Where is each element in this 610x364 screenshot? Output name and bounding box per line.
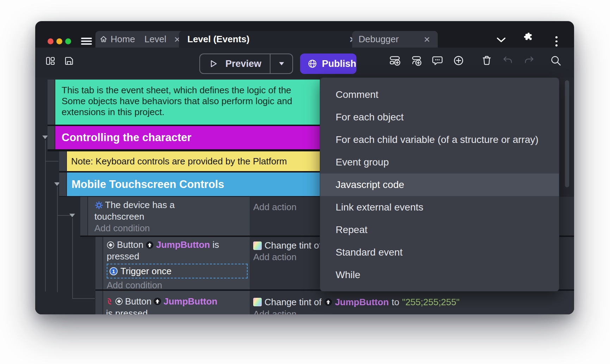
save-icon[interactable]: [64, 56, 74, 66]
menu-item-repeat[interactable]: Repeat: [320, 219, 559, 241]
comment-line: Some objects have behaviors that also pe…: [62, 96, 320, 107]
tree-line: [57, 187, 58, 292]
redo-icon[interactable]: [523, 56, 535, 66]
loop-red-icon: [106, 297, 113, 305]
tabs-dropdown-chevron-icon[interactable]: [497, 37, 506, 43]
touch-gear-icon: [94, 201, 104, 210]
comment-line: extensions in this project.: [62, 107, 320, 118]
event-group-controlling-character[interactable]: Controlling the character: [55, 126, 320, 149]
event-margin[interactable]: [95, 291, 102, 314]
tab-debugger[interactable]: Debugger ×: [352, 31, 438, 48]
tab-label: Debugger: [359, 34, 399, 45]
play-icon: [210, 59, 218, 68]
undo-icon[interactable]: [502, 56, 513, 66]
event-margin[interactable]: [48, 80, 55, 125]
add-event-icon[interactable]: [390, 55, 401, 66]
tab-label: Level (Events): [187, 34, 249, 45]
overflow-menu-icon[interactable]: [555, 36, 558, 49]
add-new-icon[interactable]: [453, 55, 464, 66]
publish-button[interactable]: Publish: [300, 54, 356, 74]
menu-item-link-external-events[interactable]: Link external events: [320, 196, 559, 219]
condition-text: Trigger once: [120, 265, 172, 277]
comment-note-block[interactable]: Note: Keyboard controls are provided by …: [67, 151, 320, 171]
action-text: Change tint of: [264, 240, 322, 251]
tab-home[interactable]: Home: [95, 31, 146, 48]
tab-label: Home: [111, 34, 135, 45]
minimize-button[interactable]: [56, 38, 62, 44]
app-window: Home Level × Level (Events) × Debugger ×: [35, 21, 574, 314]
menu-item-for-each-child-variable[interactable]: For each child variable (of a structure …: [320, 128, 559, 151]
trigger-once-icon: 1: [110, 267, 118, 275]
menu-item-for-each-object[interactable]: For each object: [320, 106, 559, 128]
add-action-link[interactable]: Add action: [253, 202, 297, 212]
jumpbutton-object-icon: [154, 297, 161, 305]
add-action-link[interactable]: Add action: [253, 308, 574, 314]
delete-icon[interactable]: [481, 55, 492, 66]
menu-item-comment[interactable]: Comment: [320, 83, 559, 106]
tree-line: [45, 161, 58, 162]
search-icon[interactable]: [550, 55, 561, 66]
menu-item-while[interactable]: While: [320, 264, 559, 286]
preview-label: Preview: [225, 58, 261, 69]
add-comment-icon[interactable]: [432, 55, 443, 66]
action-text: Change tint of: [264, 296, 322, 308]
event-1-conditions[interactable]: The device has a touchscreen Add conditi…: [88, 197, 250, 236]
note-text: Note: Keyboard controls are provided by …: [71, 156, 287, 167]
preview-dropdown-caret-icon[interactable]: [273, 62, 290, 65]
add-condition-link[interactable]: Add condition: [94, 222, 250, 234]
menu-item-javascript-code[interactable]: Javascript code: [320, 174, 559, 196]
addons-puzzle-icon[interactable]: [524, 32, 533, 42]
comment-line: This tab is the event sheet, which defin…: [62, 85, 320, 96]
tree-line: [45, 140, 46, 291]
condition-trigger-once[interactable]: 1 Trigger once: [107, 264, 248, 278]
event-margin[interactable]: [80, 197, 87, 236]
group-title: Controlling the character: [62, 131, 192, 144]
gamepad-icon: [107, 241, 114, 249]
zoom-button[interactable]: [65, 38, 71, 44]
condition-text: Button: [117, 239, 143, 251]
gamepad-icon: [115, 297, 123, 305]
event-margin[interactable]: [48, 126, 55, 149]
event-group-mobile-touchscreen[interactable]: Mobile Touchscreen Controls: [67, 172, 320, 196]
object-name: JumpButton: [163, 295, 217, 307]
publish-label: Publish: [322, 58, 356, 69]
group-title: Mobile Touchscreen Controls: [71, 178, 224, 190]
add-subevent-icon[interactable]: [411, 55, 422, 66]
condition-text: touchscreen: [94, 211, 250, 222]
close-button[interactable]: [48, 38, 54, 44]
object-name: JumpButton: [335, 296, 389, 308]
screenshot-stage: Home Level × Level (Events) × Debugger ×: [0, 0, 610, 364]
action-text: to: [392, 296, 399, 308]
tree-line: [72, 218, 73, 299]
event-margin[interactable]: [59, 151, 66, 171]
tint-icon: [253, 298, 262, 306]
event-margin[interactable]: [95, 237, 102, 289]
main-menu-icon[interactable]: [81, 38, 92, 46]
add-condition-link[interactable]: Add condition: [107, 280, 250, 289]
globe-icon: [308, 59, 317, 68]
condition-text: pressed: [107, 251, 250, 262]
event-3-actions[interactable]: Change tint of JumpButton to "255;255;25…: [250, 291, 574, 314]
toolbar: Preview Publish: [35, 48, 574, 77]
collapse-arrow[interactable]: [69, 214, 75, 217]
tree-line: [72, 298, 95, 299]
tint-icon: [253, 241, 262, 250]
divider: [270, 54, 270, 73]
preview-button[interactable]: Preview: [199, 54, 293, 74]
collapse-arrow[interactable]: [42, 136, 48, 139]
menu-item-event-group[interactable]: Event group: [320, 151, 559, 174]
tab-close-icon[interactable]: ×: [422, 34, 431, 45]
action-value: "255;255;255": [402, 296, 460, 308]
comment-block[interactable]: This tab is the event sheet, which defin…: [55, 80, 320, 125]
menu-item-standard-event[interactable]: Standard event: [320, 241, 559, 264]
condition-text: is pressed: [106, 307, 250, 314]
scrollbar-thumb[interactable]: [565, 80, 569, 187]
event-2-conditions[interactable]: Button JumpButton is pressed 1 Trigger o…: [103, 237, 250, 289]
home-icon: [100, 36, 107, 43]
event-margin[interactable]: [59, 172, 66, 196]
tab-level-events[interactable]: Level (Events) ×: [179, 31, 366, 48]
tab-label: Level: [144, 34, 166, 45]
add-event-context-menu: Comment For each object For each child v…: [320, 77, 559, 291]
layout-panels-icon[interactable]: [45, 56, 56, 66]
event-3-conditions[interactable]: Button JumpButton is pressed: [103, 291, 250, 314]
